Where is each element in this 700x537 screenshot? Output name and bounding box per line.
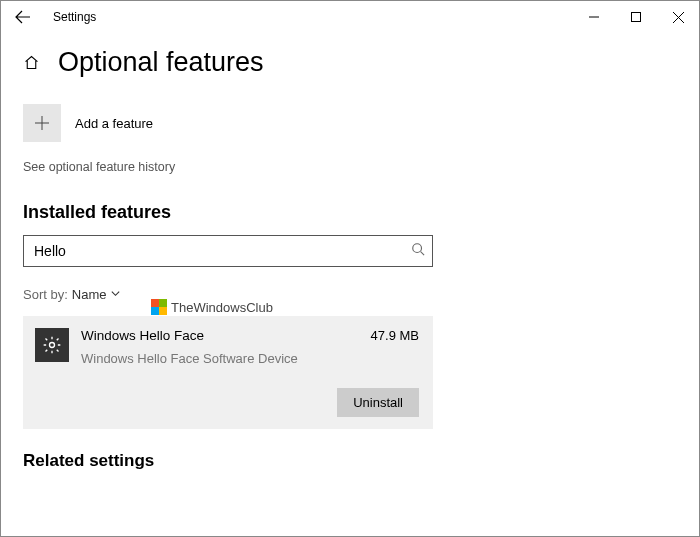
maximize-button[interactable]: [615, 1, 657, 33]
installed-heading: Installed features: [23, 202, 677, 223]
close-button[interactable]: [657, 1, 699, 33]
window-title: Settings: [53, 10, 96, 24]
search-row: [23, 235, 433, 267]
svg-line-7: [421, 252, 425, 256]
feature-name: Windows Hello Face: [81, 328, 359, 343]
page-title: Optional features: [58, 47, 264, 78]
plus-icon: [23, 104, 61, 142]
sort-value: Name: [72, 287, 107, 302]
related-settings-heading: Related settings: [23, 451, 677, 471]
feature-history-link[interactable]: See optional feature history: [23, 160, 677, 174]
search-input[interactable]: [23, 235, 433, 267]
chevron-down-icon: [110, 287, 121, 302]
svg-point-8: [50, 343, 55, 348]
content-area: Optional features Add a feature See opti…: [1, 33, 699, 471]
home-icon[interactable]: [23, 54, 40, 71]
svg-point-6: [413, 244, 422, 253]
sort-dropdown[interactable]: Sort by: Name: [23, 287, 677, 302]
sort-label: Sort by:: [23, 287, 68, 302]
page-header: Optional features: [23, 47, 677, 78]
minimize-button[interactable]: [573, 1, 615, 33]
add-feature-button[interactable]: Add a feature: [23, 104, 677, 142]
add-feature-label: Add a feature: [75, 116, 153, 131]
gear-icon: [35, 328, 69, 362]
windows-logo-icon: [151, 299, 167, 315]
back-button[interactable]: [9, 3, 37, 31]
search-icon[interactable]: [411, 242, 425, 260]
uninstall-button[interactable]: Uninstall: [337, 388, 419, 417]
watermark-text: TheWindowsClub: [171, 300, 273, 315]
feature-item[interactable]: Windows Hello Face Windows Hello Face So…: [23, 316, 433, 429]
svg-rect-1: [632, 13, 641, 22]
feature-description: Windows Hello Face Software Device: [81, 351, 359, 366]
titlebar: Settings: [1, 1, 699, 33]
watermark: TheWindowsClub: [151, 299, 273, 315]
feature-size: 47.9 MB: [371, 328, 419, 343]
